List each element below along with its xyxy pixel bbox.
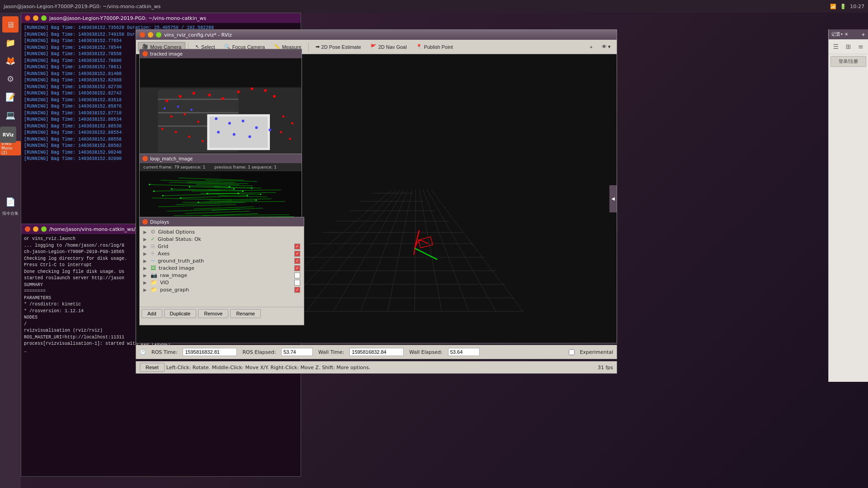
display-item-vio[interactable]: ▶ 📁 VIO [140, 279, 304, 286]
display-item-checkbox[interactable]: ✓ [294, 265, 300, 271]
rviz-min-btn[interactable] [148, 32, 153, 38]
sidebar-icon-settings[interactable]: ⚙ [2, 70, 19, 87]
display-item-global-options[interactable]: ▶ ⚙ Global Options [140, 228, 304, 235]
svg-point-38 [208, 94, 211, 96]
sidebar-icon-extra[interactable]: 📄 [2, 193, 19, 210]
displays-close[interactable] [142, 219, 148, 225]
rp-menu-icon[interactable]: ≡ [855, 41, 866, 52]
displays-title: Displays [150, 220, 169, 225]
displays-duplicate-button[interactable]: Duplicate [164, 309, 197, 318]
expand-arrow: ▶ [143, 273, 149, 278]
ros-time-input[interactable] [183, 348, 237, 356]
displays-add-button[interactable]: Add [142, 309, 162, 318]
wall-time-label: Wall Time: [318, 349, 344, 355]
display-item-label: raw_image [160, 272, 292, 278]
terminal2-close-btn[interactable] [25, 226, 30, 232]
display-item-ground_truth_path[interactable]: ▶ ~ ground_truth_path ✓ [140, 257, 304, 264]
display-item-checkbox[interactable]: ✓ [294, 244, 300, 249]
publish-point-button[interactable]: 📍 Publish Point [412, 42, 457, 52]
sidebar-icon-browser[interactable]: 🦊 [2, 52, 19, 69]
display-item-checkbox[interactable] [294, 280, 300, 286]
clock: 10:27 [850, 4, 864, 9]
toolbar-extra-btn[interactable]: + [586, 42, 597, 52]
svg-point-63 [164, 108, 166, 110]
display-item-axes[interactable]: ▶ ✛ Axes ✓ [140, 250, 304, 257]
svg-point-55 [161, 128, 164, 130]
system-bar: jason@jason-Legion-Y7000P-2019-PG0: ~/vi… [0, 0, 868, 13]
svg-point-43 [273, 95, 276, 98]
rviz-titlebar: vins_rviz_config.rviz* - RViz [136, 30, 617, 40]
wall-elapsed-input[interactable] [448, 348, 480, 356]
pose-estimate-button[interactable]: ➡ 2D Pose Estimate [311, 42, 365, 52]
display-item-grid[interactable]: ▶ ⊞ Grid ✓ [140, 243, 304, 250]
ros-elapsed-label: ROS Elapsed: [242, 349, 276, 355]
display-item-tracked-image[interactable]: ▶ 🖼 tracked image ✓ [140, 264, 304, 272]
svg-point-64 [177, 106, 179, 108]
sidebar-icon-folder[interactable]: 📁 [2, 34, 19, 51]
display-item-checkbox[interactable]: ✓ [294, 287, 300, 293]
display-item-label: tracked image [159, 265, 292, 271]
rp-grid-icon[interactable]: ⊞ [843, 41, 854, 52]
sidebar-icon-rviz[interactable]: RViz [0, 127, 16, 143]
loop-match-header: loop_match_image [140, 154, 302, 163]
svg-point-107 [229, 186, 230, 188]
clock-icon: 🕐 [140, 349, 146, 355]
tracked-image-title: tracked image [150, 52, 183, 56]
display-item-global-status:-ok[interactable]: ▶ ✓ Global Status: Ok [140, 235, 304, 243]
expand-arrow: ▶ [143, 237, 149, 242]
displays-body: ▶ ⚙ Global Options ▶ ✓ Global Status: Ok… [140, 226, 304, 307]
sidebar-icon-terminal[interactable]: 💻 [2, 107, 19, 123]
display-item-icon: 🖼 [151, 265, 156, 271]
collapse-arrow[interactable]: ◀ [609, 185, 617, 212]
ros-time-label: ROS Time: [151, 349, 177, 355]
rviz-close-btn[interactable] [140, 32, 145, 38]
rp-list-icon[interactable]: ☰ [830, 41, 841, 52]
rviz-max-btn[interactable] [156, 32, 161, 38]
svg-rect-30 [158, 112, 238, 113]
right-panel: 记置• × + ☰ ⊞ ≡ 登录/注册 [828, 29, 868, 382]
svg-point-46 [242, 120, 245, 122]
rviz-label: RViz [3, 132, 14, 137]
rviz-badge-container: RViz VINS-Mono (2) [0, 127, 21, 155]
terminal2-min-btn[interactable] [33, 226, 38, 232]
displays-rename-button[interactable]: Rename [230, 309, 261, 318]
display-item-checkbox[interactable]: ✓ [294, 251, 300, 257]
wall-time-input[interactable] [349, 348, 404, 356]
loop-match-body [140, 171, 302, 223]
display-item-label: ground_truth_path [158, 258, 292, 264]
display-item-icon: ✓ [151, 236, 155, 242]
ros-elapsed-input[interactable] [281, 348, 313, 356]
svg-point-62 [289, 138, 291, 140]
svg-rect-68 [221, 171, 301, 223]
display-item-checkbox[interactable] [294, 272, 300, 278]
display-item-raw_image[interactable]: ▶ 📷 raw_image [140, 272, 304, 279]
system-bar-right: 📶 🔋 10:27 [830, 4, 864, 9]
terminal1-close-btn[interactable] [25, 15, 30, 21]
terminal1-min-btn[interactable] [33, 15, 38, 21]
display-item-pose_graph[interactable]: ▶ 📁 pose_graph ✓ [140, 286, 304, 293]
displays-window: Displays ▶ ⚙ Global Options ▶ ✓ Global S… [139, 217, 304, 325]
experimental-checkbox[interactable] [569, 349, 575, 355]
displays-remove-button[interactable]: Remove [198, 309, 228, 318]
nav-goal-button[interactable]: 🚩 2D Nav Goal [366, 42, 411, 52]
display-item-icon: ⊞ [151, 243, 155, 249]
toolbar-view-btn[interactable]: 👁 ▾ [598, 42, 615, 52]
right-panel-login-btn[interactable]: 登录/注册 [830, 56, 866, 67]
svg-point-49 [217, 131, 220, 134]
sidebar-icon-text[interactable]: 📝 [2, 89, 19, 105]
tracked-image-close[interactable] [142, 51, 148, 56]
expand-arrow: ▶ [143, 244, 149, 249]
reset-button[interactable]: Reset [140, 363, 165, 372]
terminal2-max-btn[interactable] [41, 226, 47, 232]
svg-point-52 [170, 115, 173, 117]
svg-point-61 [280, 131, 282, 133]
fps-counter: 31 fps [598, 365, 613, 371]
display-item-icon: 📁 [151, 286, 157, 293]
tracked-image-svg [140, 58, 302, 157]
sidebar-icon-files[interactable]: 🖥 [2, 16, 19, 33]
right-panel-add-icon[interactable]: + [862, 32, 865, 37]
svg-point-47 [255, 127, 258, 129]
terminal1-max-btn[interactable] [41, 15, 47, 21]
loop-match-close[interactable] [142, 156, 148, 161]
display-item-checkbox[interactable]: ✓ [294, 258, 300, 264]
